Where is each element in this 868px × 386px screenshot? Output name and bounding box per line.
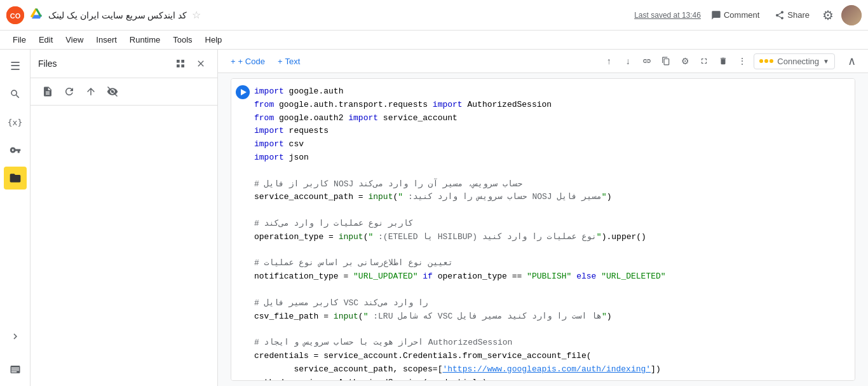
- menu-edit[interactable]: Edit: [34, 34, 58, 46]
- code-cell-container[interactable]: import google.auth from google.auth.tran…: [231, 78, 855, 381]
- comment-label: Comment: [724, 10, 759, 20]
- menu-runtime[interactable]: Runtime: [125, 34, 165, 46]
- notebook-area: + + Code + Text ↑ ↓ ⚙: [218, 50, 868, 386]
- share-label: Share: [787, 10, 810, 20]
- files-panel: Files: [31, 50, 218, 386]
- svg-rect-4: [177, 64, 180, 67]
- share-button[interactable]: Share: [770, 8, 815, 23]
- cell-actions: ↑ ↓ ⚙ ⋮: [600, 52, 751, 70]
- link-btn[interactable]: [638, 52, 656, 70]
- menu-bar: File Edit View Insert Runtime Tools Help: [0, 31, 868, 50]
- sidebar-secrets-icon[interactable]: [4, 139, 27, 162]
- cell-toolbar: + + Code + Text ↑ ↓ ⚙: [218, 50, 868, 73]
- code-cell: import google.auth from google.auth.tran…: [231, 79, 855, 381]
- sidebar-variables-icon[interactable]: {x}: [4, 111, 27, 134]
- copy-btn[interactable]: [657, 52, 675, 70]
- settings-btn[interactable]: ⚙: [676, 52, 694, 70]
- star-icon[interactable]: ☆: [192, 9, 201, 21]
- sidebar-folder-icon[interactable]: [4, 167, 27, 190]
- add-text-btn[interactable]: + Text: [273, 54, 305, 69]
- connecting-dots-icon: [759, 59, 773, 63]
- add-code-btn[interactable]: + + Code: [226, 54, 270, 69]
- document-title: کد ایندکس سریع سایت ایران یک لینک: [48, 10, 187, 20]
- svg-rect-3: [181, 60, 184, 63]
- last-saved: Last saved at 13:46: [634, 11, 701, 20]
- expand-btn[interactable]: [695, 52, 713, 70]
- files-header: Files: [31, 50, 217, 78]
- menu-file[interactable]: File: [8, 34, 31, 46]
- svg-rect-2: [177, 60, 180, 63]
- more-btn[interactable]: ⋮: [733, 52, 751, 70]
- refresh-btn[interactable]: [60, 82, 79, 101]
- menu-help[interactable]: Help: [200, 34, 227, 46]
- settings-button[interactable]: ⚙: [820, 5, 836, 25]
- connecting-label: Connecting: [777, 57, 819, 66]
- files-close-btn[interactable]: [192, 55, 210, 72]
- upload-btn[interactable]: [81, 82, 100, 101]
- menu-tools[interactable]: Tools: [168, 34, 197, 46]
- collapse-btn[interactable]: ∧: [843, 52, 860, 70]
- user-avatar[interactable]: [841, 5, 862, 25]
- delete-btn[interactable]: [714, 52, 732, 70]
- connecting-badge[interactable]: Connecting ▼: [754, 53, 835, 69]
- plus-code-icon: +: [231, 57, 236, 66]
- svg-rect-5: [181, 64, 184, 67]
- hide-btn[interactable]: [103, 82, 122, 101]
- files-layout-toggle[interactable]: [172, 55, 189, 72]
- sidebar-terminal-icon[interactable]: [4, 358, 27, 381]
- drive-icon: [29, 6, 43, 24]
- new-file-btn[interactable]: [38, 82, 57, 101]
- move-up-btn[interactable]: ↑: [600, 52, 618, 70]
- files-title: Files: [38, 59, 57, 69]
- comment-button[interactable]: Comment: [706, 8, 764, 23]
- code-content[interactable]: import google.auth from google.auth.tran…: [254, 79, 855, 381]
- main-layout: ☰ {x} Files: [0, 50, 868, 386]
- connecting-chevron: ▼: [823, 58, 829, 65]
- colab-logo: CO: [6, 6, 24, 24]
- text-label: Text: [285, 57, 300, 66]
- svg-text:CO: CO: [10, 12, 21, 20]
- menu-insert[interactable]: Insert: [91, 34, 122, 46]
- top-bar: CO کد ایندکس سریع سایت ایران یک لینک ☆ L…: [0, 0, 868, 31]
- move-down-btn[interactable]: ↓: [619, 52, 637, 70]
- files-toolbar: [31, 78, 217, 106]
- sidebar-icons: ☰ {x}: [0, 50, 31, 386]
- sidebar-search-icon[interactable]: [4, 83, 27, 106]
- run-button[interactable]: [231, 79, 254, 99]
- sidebar-menu-icon[interactable]: ☰: [4, 55, 27, 78]
- code-label: + Code: [238, 57, 265, 66]
- sidebar-expand-icon[interactable]: [4, 325, 27, 348]
- plus-text-icon: +: [278, 57, 283, 66]
- menu-view[interactable]: View: [60, 34, 88, 46]
